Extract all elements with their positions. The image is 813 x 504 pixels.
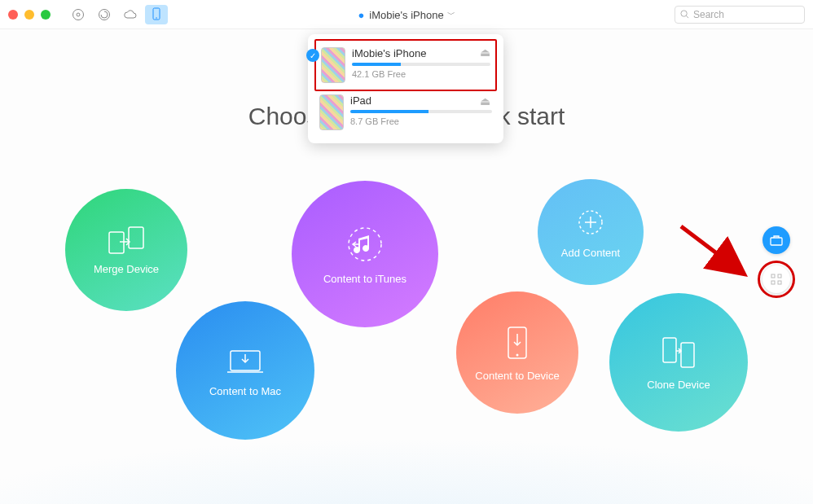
clone-device-button[interactable]: Clone Device xyxy=(609,293,748,432)
svg-point-4 xyxy=(156,17,157,19)
selected-device-name: iMobie's iPhone xyxy=(369,9,443,21)
storage-bar xyxy=(350,110,492,113)
device-name: iMobie's iPhone xyxy=(352,47,490,59)
status-dot-icon: ● xyxy=(358,9,364,21)
device-dropdown: ✓ iMobie's iPhone 42.1 GB Free ⏏ iPad 8.… xyxy=(308,34,503,143)
svg-rect-8 xyxy=(129,227,143,248)
toolbox-icon xyxy=(770,234,783,246)
search-input[interactable]: Search xyxy=(675,6,805,24)
svg-point-0 xyxy=(73,9,84,20)
svg-point-5 xyxy=(681,11,687,16)
toolbox-button[interactable] xyxy=(762,226,790,254)
content-to-mac-button[interactable]: Content to Mac xyxy=(176,301,314,440)
iphone-thumb-icon xyxy=(321,47,345,83)
bubble-label: Add Content xyxy=(561,247,620,259)
window-controls xyxy=(8,10,51,20)
device-free-space: 8.7 GB Free xyxy=(350,116,492,126)
bubble-label: Content to iTunes xyxy=(323,273,406,285)
content-to-device-button[interactable]: Content to Device xyxy=(456,291,578,414)
chevron-down-icon: ﹀ xyxy=(447,9,455,20)
device-item-iphone[interactable]: ✓ iMobie's iPhone 42.1 GB Free ⏏ xyxy=(314,39,497,91)
merge-device-button[interactable]: Merge Device xyxy=(65,189,187,311)
bubble-label: Content to Mac xyxy=(209,385,281,397)
svg-line-22 xyxy=(681,226,741,272)
svg-rect-17 xyxy=(771,238,782,245)
device-name: iPad xyxy=(350,94,492,107)
itunes-icon xyxy=(345,224,385,265)
merge-icon xyxy=(108,226,145,255)
toolbar: ● iMobie's iPhone ﹀ Search xyxy=(0,0,813,29)
close-window-button[interactable] xyxy=(8,10,18,20)
selected-check-icon: ✓ xyxy=(306,49,319,62)
annotation-arrow xyxy=(678,221,751,290)
backup-tab-icon[interactable] xyxy=(93,5,116,24)
device-selector[interactable]: ● iMobie's iPhone ﹀ xyxy=(358,0,455,29)
clone-icon xyxy=(658,335,699,370)
ipad-thumb-icon xyxy=(319,94,344,130)
bubble-label: Content to Device xyxy=(475,370,559,382)
device-item-ipad[interactable]: iPad 8.7 GB Free ⏏ xyxy=(316,90,495,135)
search-placeholder: Search xyxy=(693,9,724,20)
svg-point-2 xyxy=(99,9,110,20)
zoom-window-button[interactable] xyxy=(41,10,51,20)
svg-rect-15 xyxy=(663,338,676,362)
itunes-library-tab-icon[interactable] xyxy=(67,5,90,24)
annotation-circle xyxy=(758,261,795,298)
minimize-window-button[interactable] xyxy=(24,10,34,20)
device-free-space: 42.1 GB Free xyxy=(352,69,490,79)
search-icon xyxy=(680,10,689,19)
content-to-itunes-button[interactable]: Content to iTunes xyxy=(292,181,438,327)
svg-rect-7 xyxy=(109,232,124,253)
svg-point-1 xyxy=(77,13,80,16)
eject-icon[interactable]: ⏏ xyxy=(480,94,490,107)
svg-point-14 xyxy=(516,353,519,356)
bubble-label: Clone Device xyxy=(647,379,710,391)
to-device-icon xyxy=(503,324,531,362)
add-icon xyxy=(574,206,607,239)
icloud-tab-icon[interactable] xyxy=(119,5,142,24)
add-content-button[interactable]: Add Content xyxy=(538,179,644,285)
svg-line-6 xyxy=(686,15,688,18)
bubble-label: Merge Device xyxy=(94,263,159,275)
storage-bar xyxy=(352,63,490,66)
device-tab-icon[interactable] xyxy=(145,5,168,24)
mac-icon xyxy=(224,344,266,377)
svg-rect-16 xyxy=(681,343,694,367)
eject-icon[interactable]: ⏏ xyxy=(480,46,490,59)
